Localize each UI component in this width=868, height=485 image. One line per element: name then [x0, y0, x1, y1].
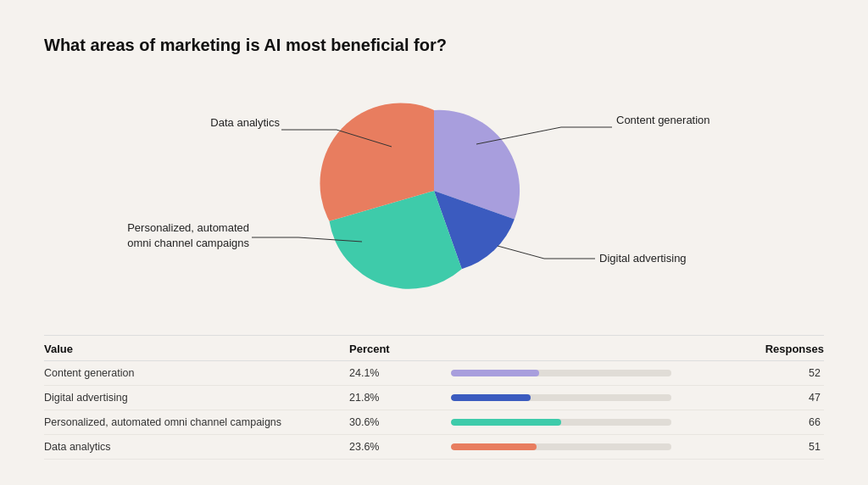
row-bar-cell [451, 394, 756, 401]
row-percent: 30.6% [349, 416, 451, 428]
row-bar-cell [451, 443, 756, 450]
row-responses: 47 [756, 392, 824, 404]
chart-area: Content generation Data analytics Person… [44, 72, 824, 309]
row-value: Personalized, automated omni channel cam… [44, 416, 349, 428]
svg-line-6 [498, 246, 544, 259]
bar-fill [451, 419, 561, 426]
header-value: Value [44, 343, 349, 355]
row-responses: 66 [756, 416, 824, 428]
row-percent: 24.1% [349, 367, 451, 379]
bar-track [451, 394, 671, 401]
label-content-gen: Content generation [616, 114, 710, 126]
data-table: Value Percent Responses Content generati… [44, 335, 824, 460]
row-percent: 23.6% [349, 441, 451, 453]
label-digital-adv: Digital advertising [599, 252, 687, 265]
bar-fill [451, 370, 539, 376]
header-bar [451, 343, 756, 355]
chart-title: What areas of marketing is AI most benef… [44, 36, 824, 55]
row-responses: 51 [756, 441, 824, 453]
header-responses: Responses [756, 343, 824, 355]
table-row: Digital advertising 21.8% 47 [44, 386, 824, 410]
label-data-analytics: Data analytics [210, 116, 280, 129]
row-percent: 21.8% [349, 392, 451, 404]
main-container: What areas of marketing is AI most benef… [27, 8, 841, 477]
table-header: Value Percent Responses [44, 336, 824, 361]
bar-track [451, 443, 671, 450]
bar-fill [451, 443, 537, 450]
bar-track [451, 419, 671, 426]
table-row: Content generation 24.1% 52 [44, 361, 824, 386]
header-percent: Percent [349, 343, 451, 355]
row-value: Digital advertising [44, 392, 349, 404]
row-bar-cell [451, 419, 756, 426]
bar-track [451, 370, 671, 376]
table-row: Personalized, automated omni channel cam… [44, 410, 824, 435]
bar-fill [451, 394, 531, 401]
row-bar-cell [451, 370, 756, 376]
table-row: Data analytics 23.6% 51 [44, 435, 824, 460]
label-personalized-line1: Personalized, automated [127, 221, 249, 234]
row-responses: 52 [756, 367, 824, 379]
row-value: Content generation [44, 367, 349, 379]
label-personalized-line2: omni channel campaigns [127, 237, 249, 249]
row-value: Data analytics [44, 441, 349, 453]
